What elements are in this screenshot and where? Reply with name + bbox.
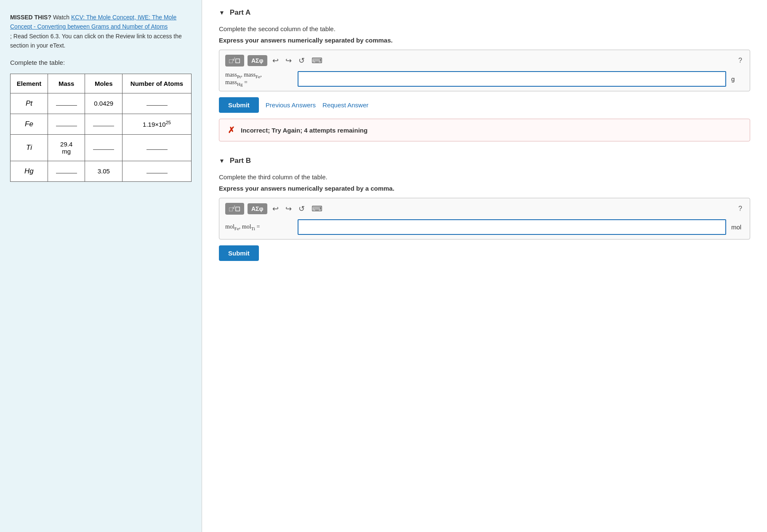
part-a-header[interactable]: ▼ Part A	[219, 8, 750, 17]
part-b-refresh-btn[interactable]: ↺	[297, 202, 306, 215]
part-a-prev-answers-link[interactable]: Previous Answers	[266, 101, 316, 109]
part-b-header[interactable]: ▼ Part B	[219, 157, 750, 165]
part-a-answer-input[interactable]	[298, 71, 726, 87]
table-row: Hg 3.05	[11, 161, 192, 181]
part-a-toolbar: □√☐ ΑΣφ ↩ ↪ ↺ ⌨ ?	[225, 54, 744, 67]
col-atoms: Number of Atoms	[123, 74, 192, 93]
complete-table-label: Complete the table:	[10, 59, 192, 66]
math-templates-btn[interactable]: □√☐	[225, 55, 244, 66]
mass-ti: 29.4mg	[48, 134, 85, 161]
symbols-btn[interactable]: ΑΣφ	[248, 55, 267, 66]
keyboard-btn[interactable]: ⌨	[310, 54, 324, 67]
atoms-ti	[123, 134, 192, 161]
part-a-buttons-row: Submit Previous Answers Request Answer	[219, 97, 750, 113]
part-b-undo-btn[interactable]: ↩	[271, 202, 280, 215]
element-hg: Hg	[11, 161, 48, 181]
part-b-answer-row: molFe, molTi = mol	[225, 219, 744, 235]
part-a-submit-button[interactable]: Submit	[219, 97, 259, 113]
part-b-collapse-arrow[interactable]: ▼	[219, 157, 225, 164]
moles-fe	[85, 114, 123, 134]
missed-this-section: MISSED THIS? Watch KCV: The Mole Concept…	[10, 13, 192, 51]
part-b-section: ▼ Part B Complete the third column of th…	[219, 157, 750, 261]
refresh-btn[interactable]: ↺	[297, 54, 306, 67]
part-b-express: Express your answers numerically separat…	[219, 185, 750, 192]
part-b-submit-button[interactable]: Submit	[219, 245, 259, 261]
part-a-answer-box: □√☐ ΑΣφ ↩ ↪ ↺ ⌨ ? massPt, massFe,massHg …	[219, 50, 750, 91]
left-panel: MISSED THIS? Watch KCV: The Mole Concept…	[0, 0, 202, 532]
part-b-answer-label: molFe, molTi =	[225, 223, 293, 231]
part-a-express: Express your answers numerically separat…	[219, 37, 750, 44]
moles-ti	[85, 134, 123, 161]
part-b-keyboard-btn[interactable]: ⌨	[310, 202, 324, 215]
help-btn[interactable]: ?	[737, 55, 744, 66]
part-b-math-templates-btn[interactable]: □√☐	[225, 203, 244, 215]
part-b-answer-input[interactable]	[298, 219, 726, 235]
moles-pt: 0.0429	[85, 93, 123, 114]
error-message: Incorrect; Try Again; 4 attempts remaini…	[241, 127, 368, 134]
table-row: Ti 29.4mg	[11, 134, 192, 161]
col-mass: Mass	[48, 74, 85, 93]
col-moles: Moles	[85, 74, 123, 93]
right-panel: ▼ Part A Complete the second column of t…	[202, 0, 767, 532]
part-b-help-btn[interactable]: ?	[737, 203, 744, 214]
part-b-buttons-row: Submit	[219, 245, 750, 261]
missed-this-label: MISSED THIS?	[10, 14, 51, 21]
element-pt: Pt	[11, 93, 48, 114]
part-a-collapse-arrow[interactable]: ▼	[219, 9, 225, 16]
part-a-instruction: Complete the second column of the table.	[219, 25, 750, 32]
element-fe: Fe	[11, 114, 48, 134]
part-a-title: Part A	[230, 8, 250, 17]
mass-fe	[48, 114, 85, 134]
undo-btn[interactable]: ↩	[271, 54, 280, 67]
atoms-pt	[123, 93, 192, 114]
mass-hg	[48, 161, 85, 181]
table-row: Fe 1.19×1025	[11, 114, 192, 134]
part-a-section: ▼ Part A Complete the second column of t…	[219, 8, 750, 141]
mass-pt	[48, 93, 85, 114]
part-b-answer-box: □√☐ ΑΣφ ↩ ↪ ↺ ⌨ ? molFe, molTi = mol	[219, 198, 750, 239]
part-b-title: Part B	[230, 157, 251, 165]
atoms-hg	[123, 161, 192, 181]
col-element: Element	[11, 74, 48, 93]
redo-btn[interactable]: ↪	[284, 54, 293, 67]
moles-hg: 3.05	[85, 161, 123, 181]
atoms-fe: 1.19×1025	[123, 114, 192, 134]
part-a-error-box: ✗ Incorrect; Try Again; 4 attempts remai…	[219, 119, 750, 141]
part-b-instruction: Complete the third column of the table.	[219, 173, 750, 181]
part-b-redo-btn[interactable]: ↪	[284, 202, 293, 215]
part-b-toolbar: □√☐ ΑΣφ ↩ ↪ ↺ ⌨ ?	[225, 202, 744, 215]
element-ti: Ti	[11, 134, 48, 161]
part-a-request-answer-link[interactable]: Request Answer	[322, 101, 368, 109]
error-icon: ✗	[228, 125, 235, 135]
missed-this-intro: Watch	[53, 14, 71, 21]
part-b-symbols-btn[interactable]: ΑΣφ	[248, 203, 267, 214]
part-a-answer-label: massPt, massFe,massHg =	[225, 72, 293, 87]
part-a-answer-row: massPt, massFe,massHg = g	[225, 71, 744, 87]
table-row: Pt 0.0429	[11, 93, 192, 114]
element-table: Element Mass Moles Number of Atoms Pt 0.…	[10, 74, 192, 182]
part-b-unit: mol	[731, 223, 744, 231]
missed-this-extra: ; Read Section 6.3. You can click on the…	[10, 33, 182, 49]
part-a-unit: g	[731, 75, 744, 82]
